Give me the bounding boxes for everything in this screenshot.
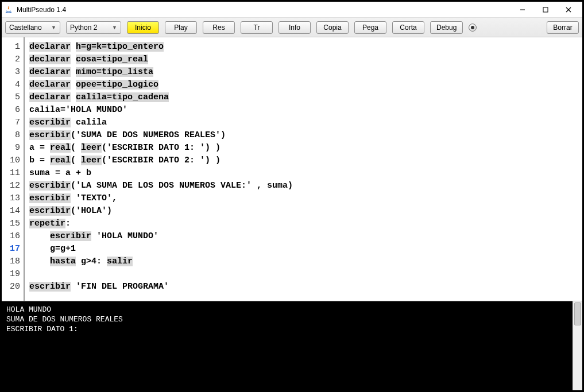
line-number: 19	[2, 268, 20, 281]
line-number: 13	[2, 192, 20, 205]
corta-button[interactable]: Corta	[392, 21, 424, 34]
code-line[interactable]: escribir('SUMA DE DOS NUMEROS REALES')	[29, 129, 582, 142]
maximize-button[interactable]	[534, 2, 557, 17]
code-line[interactable]: declarar opee=tipo_logico	[29, 79, 582, 91]
line-number: 17	[2, 243, 20, 255]
line-number: 1	[2, 41, 20, 53]
titlebar: MultiPseudo 1.4	[2, 2, 582, 18]
debug-radio[interactable]	[469, 24, 477, 32]
line-number: 20	[2, 281, 20, 293]
code-line[interactable]: a = real( leer('ESCRIBIR DATO 1: ') )	[29, 142, 582, 154]
line-number: 4	[2, 79, 20, 91]
window-title: MultiPseudo 1.4	[17, 6, 511, 14]
borrar-button[interactable]: Borrar	[547, 21, 579, 34]
minimize-button[interactable]	[511, 2, 534, 17]
line-number: 2	[2, 53, 20, 66]
line-number: 10	[2, 154, 20, 167]
code-line[interactable]	[29, 268, 582, 281]
code-line[interactable]: declarar h=g=k=tipo_entero	[29, 41, 582, 53]
play-button[interactable]: Play	[165, 21, 197, 34]
language-select[interactable]: Castellano ▼	[5, 21, 60, 34]
line-gutter: 1234567891011121314151617181920	[2, 37, 25, 301]
code-line[interactable]: suma = a + b	[29, 167, 582, 180]
code-line[interactable]: declarar cosa=tipo_real	[29, 53, 582, 66]
python-select[interactable]: Python 2 ▼	[66, 21, 121, 34]
line-number: 8	[2, 129, 20, 142]
editor-area: 1234567891011121314151617181920 declarar…	[2, 37, 582, 390]
console-scrollbar[interactable]	[573, 301, 582, 390]
code-line[interactable]: b = real( leer('ESCRIBIR DATO 2: ') )	[29, 154, 582, 167]
code-line[interactable]: escribir('HOLA')	[29, 205, 582, 218]
app-window: MultiPseudo 1.4 Castellano ▼ Python 2 ▼ …	[0, 0, 584, 392]
code-line[interactable]: hasta g>4: salir	[29, 255, 582, 268]
code-line[interactable]: g=g+1	[29, 243, 582, 255]
code-line[interactable]: repetir:	[29, 218, 582, 230]
tr-button[interactable]: Tr	[241, 21, 273, 34]
line-number: 5	[2, 91, 20, 104]
line-number: 9	[2, 142, 20, 154]
line-number: 14	[2, 205, 20, 218]
line-number: 6	[2, 104, 20, 117]
code-line[interactable]: declarar calila=tipo_cadena	[29, 91, 582, 104]
code-line[interactable]: declarar mimo=tipo_lista	[29, 66, 582, 79]
code-line[interactable]: escribir calila	[29, 117, 582, 129]
console-panel: HOLA MUNDO SUMA DE DOS NUMEROS REALES ES…	[2, 301, 582, 390]
language-select-value: Castellano	[9, 24, 42, 32]
chevron-down-icon: ▼	[51, 25, 56, 30]
code-line[interactable]: escribir('LA SUMA DE LOS DOS NUMEROS VAL…	[29, 180, 582, 192]
pega-button[interactable]: Pega	[354, 21, 386, 34]
code-content[interactable]: declarar h=g=k=tipo_enterodeclarar cosa=…	[25, 37, 582, 301]
line-number: 3	[2, 66, 20, 79]
close-button[interactable]	[557, 2, 580, 17]
code-line[interactable]: escribir 'HOLA MUNDO'	[29, 230, 582, 243]
code-line[interactable]: calila='HOLA MUNDO'	[29, 104, 582, 117]
chevron-down-icon: ▼	[112, 25, 117, 30]
java-icon	[4, 5, 13, 14]
res-button[interactable]: Res	[203, 21, 235, 34]
code-line[interactable]: escribir 'TEXTO',	[29, 192, 582, 205]
line-number: 18	[2, 255, 20, 268]
copia-button[interactable]: Copia	[316, 21, 349, 34]
info-button[interactable]: Info	[279, 21, 311, 34]
code-editor[interactable]: 1234567891011121314151617181920 declarar…	[2, 37, 582, 301]
line-number: 7	[2, 117, 20, 129]
code-line[interactable]: escribir 'FIN DEL PROGRAMA'	[29, 281, 582, 293]
inicio-button[interactable]: Inicio	[127, 21, 159, 34]
scrollbar-thumb[interactable]	[574, 302, 581, 325]
svg-rect-1	[543, 7, 548, 12]
line-number: 15	[2, 218, 20, 230]
debug-button[interactable]: Debug	[430, 21, 463, 34]
console-output[interactable]: HOLA MUNDO SUMA DE DOS NUMEROS REALES ES…	[2, 301, 573, 390]
toolbar: Castellano ▼ Python 2 ▼ Inicio Play Res …	[2, 18, 582, 37]
line-number: 11	[2, 167, 20, 180]
line-number: 16	[2, 230, 20, 243]
python-select-value: Python 2	[70, 24, 97, 32]
line-number: 12	[2, 180, 20, 192]
